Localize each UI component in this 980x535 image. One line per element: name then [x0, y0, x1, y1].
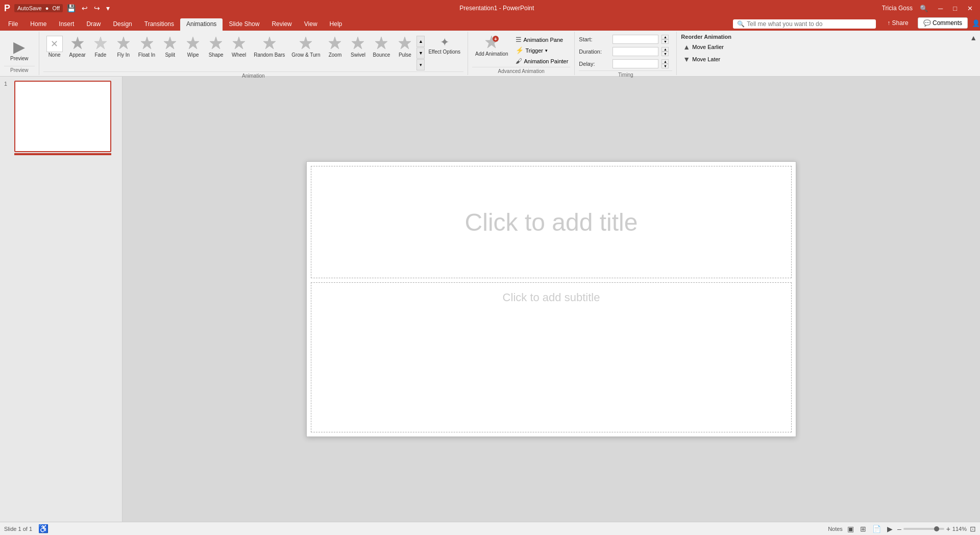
redo-icon[interactable]: ↪	[92, 3, 102, 13]
powerpoint-logo-icon: P	[4, 3, 10, 14]
animation-appear-label: Appear	[69, 52, 86, 58]
animation-split[interactable]: Split	[159, 34, 181, 60]
tab-animations[interactable]: Animations	[180, 18, 223, 31]
scroll-more-btn[interactable]: ▾	[416, 59, 425, 70]
advanced-section-label: Advanced Animation	[472, 67, 570, 74]
zoom-control: – + 114%	[897, 525, 967, 533]
animation-appear[interactable]: Appear	[66, 34, 89, 60]
slide-sorter-icon[interactable]: ⊞	[859, 524, 868, 534]
scroll-up-btn[interactable]: ▲	[416, 36, 425, 47]
accessibility-icon[interactable]: ♿	[38, 524, 48, 533]
duration-spin-down[interactable]: ▼	[662, 52, 669, 56]
tab-draw[interactable]: Draw	[80, 18, 107, 31]
reading-view-icon[interactable]: 📄	[871, 524, 883, 534]
title-text-area[interactable]: Click to add title	[311, 166, 792, 278]
add-animation-btn[interactable]: + Add Animation	[472, 34, 511, 66]
animation-section-label: Animation	[43, 71, 463, 79]
notes-label[interactable]: Notes	[828, 526, 843, 532]
start-input[interactable]	[612, 35, 658, 44]
add-animation-label: Add Animation	[475, 51, 508, 57]
floatin-icon	[139, 36, 155, 52]
animation-swivel[interactable]: Swivel	[347, 34, 369, 60]
animation-shape[interactable]: Shape	[205, 34, 227, 60]
animation-floatin[interactable]: Float In	[135, 34, 158, 60]
tab-view[interactable]: View	[298, 18, 324, 31]
start-spin-up[interactable]: ▲	[662, 35, 669, 39]
tab-slideshow[interactable]: Slide Show	[223, 18, 265, 31]
animation-flyin[interactable]: Fly In	[112, 34, 135, 60]
preview-icon: ▶	[13, 38, 25, 56]
animation-wipe[interactable]: Wipe	[182, 34, 204, 60]
move-later-icon: ▼	[683, 55, 690, 63]
duration-spin-up[interactable]: ▲	[662, 47, 669, 52]
document-title: Presentation1 - PowerPoint	[459, 5, 534, 12]
animation-pulse[interactable]: Pulse	[394, 34, 416, 60]
animation-pane-label: Animation Pane	[524, 37, 564, 43]
animation-scroll: ▲ ▼ ▾	[416, 34, 425, 70]
ribbon-tabs: File Home Insert Draw Design Transitions…	[0, 16, 980, 31]
animation-zoom[interactable]: Zoom	[324, 34, 346, 60]
animation-painter-btn[interactable]: 🖌 Animation Painter	[513, 56, 571, 66]
animation-floatin-label: Float In	[138, 52, 155, 58]
share-area: ↑ Share 💬 Comments 👤	[880, 17, 980, 31]
duration-input[interactable]	[612, 47, 658, 56]
search-ribbon-icon[interactable]: 🔍	[917, 4, 931, 13]
tab-transitions[interactable]: Transitions	[138, 18, 180, 31]
tab-design[interactable]: Design	[107, 18, 138, 31]
fit-slide-icon[interactable]: ⊡	[970, 525, 976, 533]
tab-review[interactable]: Review	[265, 18, 298, 31]
customize-qat-icon[interactable]: ▾	[104, 3, 112, 13]
svg-text:+: +	[494, 36, 497, 42]
effect-options-btn[interactable]: ✦ Effect Options	[425, 34, 463, 57]
animation-bounce[interactable]: Bounce	[370, 34, 393, 60]
slide-1-thumb[interactable]: 1	[4, 81, 118, 155]
delay-spin-down[interactable]: ▼	[662, 64, 669, 68]
tab-file[interactable]: File	[2, 18, 24, 31]
undo-icon[interactable]: ↩	[80, 3, 90, 13]
comments-button[interactable]: 💬 Comments	[918, 17, 968, 29]
account-icon[interactable]: 👤	[972, 19, 980, 27]
tab-insert[interactable]: Insert	[53, 18, 80, 31]
animation-wheel-label: Wheel	[232, 52, 246, 58]
close-icon[interactable]: ✕	[964, 4, 976, 13]
move-earlier-btn[interactable]: ▲ Move Earlier	[681, 42, 731, 52]
trigger-btn[interactable]: ⚡ Trigger ▾	[513, 45, 571, 55]
animation-randombars[interactable]: Random Bars	[251, 34, 288, 60]
pulse-icon	[397, 36, 413, 52]
fade-icon	[92, 36, 109, 52]
animation-growturn[interactable]: Grow & Turn	[288, 34, 323, 60]
autosave-badge: AutoSave ● Off	[14, 4, 63, 12]
search-input[interactable]	[747, 20, 859, 28]
animation-none[interactable]: ✕ None	[43, 34, 66, 60]
move-later-btn[interactable]: ▼ Move Later	[681, 54, 731, 64]
animation-pane-btn[interactable]: ☰ Animation Pane	[513, 35, 571, 44]
normal-view-icon[interactable]: ▣	[846, 524, 855, 534]
randombars-icon	[261, 36, 278, 52]
delay-spin-up[interactable]: ▲	[662, 59, 669, 64]
share-button[interactable]: ↑ Share	[880, 17, 915, 29]
start-spin-down[interactable]: ▼	[662, 39, 669, 44]
collapse-ribbon-btn[interactable]: ▲	[970, 34, 977, 42]
animation-bounce-label: Bounce	[373, 52, 390, 58]
ribbon-section-preview: ▶ Preview Preview	[0, 32, 39, 75]
timing-section-label: Timing	[579, 70, 672, 78]
save-icon[interactable]: 💾	[65, 3, 78, 13]
animation-fade[interactable]: Fade	[89, 34, 112, 60]
tab-home[interactable]: Home	[24, 18, 53, 31]
minimize-icon[interactable]: ─	[935, 4, 946, 13]
delay-row: Delay: ▲ ▼	[579, 58, 672, 69]
scroll-down-btn[interactable]: ▼	[416, 47, 425, 59]
slideshow-view-icon[interactable]: ▶	[886, 524, 894, 534]
zoom-in-icon[interactable]: +	[946, 525, 950, 533]
restore-icon[interactable]: □	[950, 4, 960, 13]
zoom-out-icon[interactable]: –	[897, 525, 901, 533]
ribbon-section-timing: Start: ▲ ▼ Duration: ▲ ▼ Delay: ▲	[575, 32, 677, 75]
animation-wheel[interactable]: Wheel	[228, 34, 250, 60]
svg-marker-2	[117, 37, 130, 49]
tab-help[interactable]: Help	[324, 18, 349, 31]
subtitle-text-area[interactable]: Click to add subtitle	[311, 282, 792, 432]
preview-button[interactable]: ▶ Preview	[4, 35, 35, 64]
delay-input[interactable]	[612, 59, 658, 68]
zoom-slider[interactable]	[903, 528, 944, 530]
swivel-icon	[350, 36, 366, 52]
